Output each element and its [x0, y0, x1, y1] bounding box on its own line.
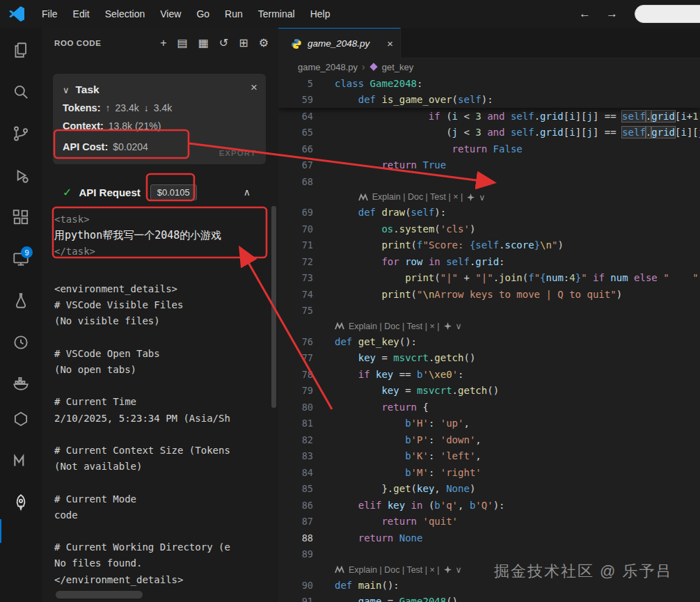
env-line: (No open tabs) [54, 362, 278, 378]
env-line: No files found. [54, 555, 278, 571]
code-line: 89 [278, 546, 700, 563]
code-line: 77 key = msvcrt.getch() [278, 350, 700, 367]
extensions-icon[interactable] [11, 207, 31, 227]
menu-go[interactable]: Go [189, 0, 217, 28]
code-line: 86 elif key in (b'q', b'Q'): [278, 497, 700, 514]
code-line: 79 key = msvcrt.getch() [278, 383, 700, 399]
menu-help[interactable]: Help [303, 0, 338, 28]
code-lines: 64 if (i < 3 and self.grid[i][j] == self… [278, 108, 700, 602]
breadcrumb-file[interactable]: game_2048.py [298, 62, 358, 72]
vscode-logo-icon [9, 6, 24, 22]
codelens-actions[interactable]: Explain | Doc | Test | × | [349, 322, 440, 331]
env-line: 2/10/2025, 5:23:34 PM (Asia/Sh [54, 411, 278, 427]
menu-view[interactable]: View [152, 0, 189, 28]
prompts-icon[interactable]: ▤ [177, 38, 188, 49]
code-line: 81 b'H': 'up', [278, 415, 700, 432]
panel-toolbar: +▤▦↺⊞⚙ [160, 28, 269, 58]
code-line: 80 return { [278, 399, 700, 415]
symbol-method-icon [369, 63, 378, 71]
line-number: 88 [278, 532, 313, 544]
open-in-editor-icon[interactable]: ⊞ [239, 38, 248, 49]
line-number: 72 [278, 256, 313, 267]
hexagon-extension-icon[interactable] [11, 409, 31, 429]
breadcrumb-separator: › [362, 61, 365, 72]
close-icon[interactable]: × [250, 81, 257, 95]
tab-close-icon[interactable]: × [387, 38, 393, 49]
clock-icon[interactable] [11, 333, 31, 352]
env-line: (Not available) [54, 459, 278, 475]
menu-edit[interactable]: Edit [65, 0, 97, 28]
source-control-icon[interactable] [11, 124, 31, 143]
watermark-text: 掘金技术社区 @ 乐予吕 [494, 561, 673, 582]
line-number: 70 [278, 223, 313, 235]
line-number: 64 [278, 111, 313, 122]
menu-selection[interactable]: Selection [97, 0, 153, 28]
tab-game-2048-py[interactable]: game_2048.py × [278, 28, 401, 58]
search-icon[interactable] [11, 82, 31, 102]
code-line: 71 print(f"Score: {self.score}\n") [278, 237, 700, 254]
codelens-caret[interactable]: ∨ [479, 192, 485, 203]
env-line: <environment_details> [54, 281, 278, 297]
menu-terminal[interactable]: Terminal [250, 0, 303, 28]
menu-bar: FileEditSelectionViewGoRunTerminalHelp [34, 0, 337, 28]
command-center-search[interactable] [635, 5, 700, 23]
chevron-up-icon[interactable]: ∧ [244, 187, 250, 198]
code-line: 64 if (i < 3 and self.grid[i][j] == self… [278, 108, 700, 125]
nav-forward-icon[interactable]: → [606, 7, 618, 21]
api-cost-value: $0.0204 [113, 141, 148, 152]
context-value: 13.8k (21%) [109, 120, 161, 132]
environment-details: <environment_details># VSCode Visible Fi… [54, 281, 278, 588]
sidebar-vertical-scrollbar[interactable] [271, 206, 276, 408]
line-number: 79 [278, 385, 313, 396]
line-number: 66 [278, 143, 313, 155]
line-number: 68 [278, 176, 313, 187]
codelens-caret[interactable]: ∨ [456, 321, 462, 331]
codelens-actions[interactable]: Explain | Doc | Test | × | [349, 565, 440, 575]
env-line: # Current Mode [54, 491, 278, 507]
api-request-row[interactable]: ✓ API Request $0.0105 ∧ [53, 180, 266, 205]
codelens-actions[interactable]: Explain | Doc | Test | × | [372, 192, 463, 202]
explorer-icon[interactable] [11, 40, 31, 60]
settings-icon[interactable]: ⚙ [259, 38, 269, 49]
line-number: 67 [278, 159, 313, 171]
code-line: 91 game = Game2048() [278, 594, 700, 602]
code-line: 85 }.get(key, None) [278, 481, 700, 498]
env-line: # VSCode Visible Files [54, 297, 278, 313]
code-line: 84 b'M': 'right' [278, 464, 700, 481]
line-number: 89 [278, 548, 313, 560]
tab-bar: game_2048.py × [278, 28, 700, 58]
line-number: 59 [278, 94, 313, 105]
nav-back-icon[interactable]: ← [579, 7, 591, 21]
docker-icon[interactable] [11, 373, 31, 393]
codelens-m-icon [335, 565, 344, 574]
tokens-down-value: 3.4k [154, 102, 172, 113]
roo-code-rocket-icon[interactable] [11, 493, 31, 512]
sidebar-horizontal-scrollbar[interactable] [56, 591, 143, 599]
run-debug-icon[interactable] [11, 166, 31, 185]
codelens-m-icon [358, 193, 368, 202]
env-line: (No visible files) [54, 313, 278, 329]
m-logo-icon[interactable] [11, 451, 31, 470]
history-icon[interactable]: ↺ [219, 38, 228, 49]
new-task-icon[interactable]: + [160, 38, 166, 49]
breadcrumb-symbol[interactable]: get_key [382, 62, 414, 72]
testing-flask-icon[interactable] [11, 291, 31, 310]
codelens-row[interactable]: Explain | Doc | Test | × |∨ [278, 319, 700, 333]
line-number: 76 [278, 336, 313, 347]
codelens-caret[interactable]: ∨ [456, 564, 462, 575]
code-line: 82 b'P': 'down', [278, 431, 700, 448]
extensions-badge: 9 [21, 246, 33, 258]
line-number: 77 [278, 352, 313, 363]
tokens-down-icon: ↓ [144, 102, 149, 113]
chevron-down-icon[interactable]: ∨ [63, 85, 70, 95]
line-number: 73 [278, 272, 313, 283]
export-button[interactable]: EXPORT [219, 149, 256, 157]
codelens-spark-icon [467, 193, 475, 201]
codelens-row[interactable]: Explain | Doc | Test | × |∨ [278, 190, 700, 205]
env-line: # Current Time [54, 394, 278, 410]
code-line: 73 print("|" + "|".join(f"{num:4}" if nu… [278, 270, 700, 287]
menu-run[interactable]: Run [217, 0, 250, 28]
mcp-grid-icon[interactable]: ▦ [198, 38, 209, 49]
menu-file[interactable]: File [34, 0, 65, 28]
code-line: 72 for row in self.grid: [278, 253, 700, 270]
